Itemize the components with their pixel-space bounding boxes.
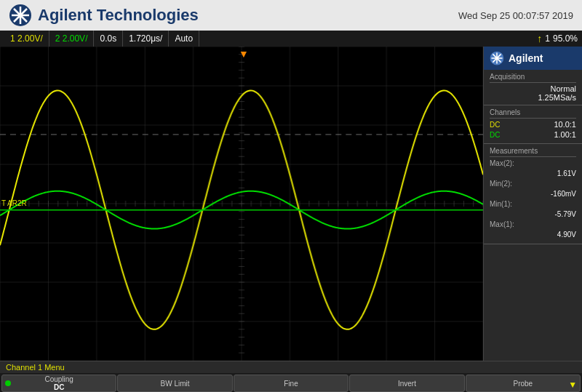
ch2-ref-text: AR2R	[7, 199, 27, 207]
channels-section: Channels DC 10.0:1 DC 1.00:1	[484, 105, 582, 144]
panel-agilent-logo-icon	[490, 51, 504, 65]
ch1-scale-indicator[interactable]: 1 2.00V/	[4, 31, 49, 47]
acquisition-section: Acquisition Normal 1.25MSa/s	[484, 70, 582, 105]
invert-label: Invert	[398, 380, 416, 388]
ch2-coupling-label: DC	[490, 131, 500, 139]
min1-value-row: -5.79V	[490, 210, 576, 218]
trigger-mode-indicator[interactable]: Auto	[169, 31, 199, 47]
min2-value: -160mV	[551, 190, 576, 198]
panel-header: Agilent	[484, 47, 582, 70]
max2-row: Max(2):	[490, 159, 576, 167]
probe-arrow-icon: ▼	[568, 380, 577, 390]
min1-label: Min(1):	[490, 200, 512, 208]
coupling-label: Coupling	[44, 375, 73, 383]
menu-buttons: Coupling DC BW Limit Fine Invert Probe ▼	[0, 373, 582, 392]
acquisition-title: Acquisition	[490, 73, 576, 83]
max2-label: Max(2):	[490, 159, 514, 167]
header-logo: Agilent Technologies	[9, 4, 199, 27]
min2-label: Min(2):	[490, 180, 512, 188]
ch1-channel-row: DC 10.0:1	[490, 120, 576, 129]
time-position-indicator[interactable]: 0.0s	[94, 31, 123, 47]
app-title: Agilent Technologies	[38, 6, 199, 25]
measurements-section: Measurements Max(2): 1.61V Min(2): -160m…	[484, 144, 582, 244]
max1-row: Max(1):	[490, 220, 576, 228]
ch1-probe-ratio: 10.0:1	[554, 120, 576, 129]
status-bar: 1 2.00V/ 2 2.00V/ 0.0s 1.720μs/ Auto ↑ 1…	[0, 31, 582, 47]
ch1-coupling-label: DC	[490, 121, 500, 129]
svg-point-11	[495, 57, 498, 60]
trigger-position-marker: ▼	[239, 48, 249, 60]
measurements-title: Measurements	[490, 147, 576, 157]
acquisition-mode: Normal	[490, 84, 576, 93]
min1-row: Min(1):	[490, 200, 576, 208]
probe-button[interactable]: Probe ▼	[466, 375, 581, 392]
min2-row: Min(2):	[490, 180, 576, 188]
trigger-arrow-icon: ↑	[537, 33, 542, 44]
bw-limit-button[interactable]: BW Limit	[117, 375, 232, 392]
min1-value: -5.79V	[555, 210, 576, 218]
max1-label: Max(1):	[490, 220, 514, 228]
max1-value: 4.90V	[557, 231, 576, 239]
panel-brand-label: Agilent	[509, 52, 543, 64]
acquisition-rate: 1.25MSa/s	[490, 93, 576, 102]
channel-menu-label: Channel 1 Menu	[0, 361, 582, 373]
datetime-display: Wed Sep 25 00:07:57 2019	[458, 10, 573, 21]
invert-button[interactable]: Invert	[349, 375, 464, 392]
max2-value-row: 1.61V	[490, 169, 576, 177]
coupling-value: DC	[54, 383, 64, 391]
ch1-ref-label: T AR2R	[1, 199, 27, 207]
bottom-menu-bar: Channel 1 Menu Coupling DC BW Limit Fine…	[0, 361, 582, 392]
agilent-logo-icon	[9, 4, 32, 27]
ch2-channel-row: DC 1.00:1	[490, 130, 576, 139]
svg-point-5	[18, 13, 23, 17]
main-area: ▼ T AR2R Agilent Acquisition	[0, 47, 582, 361]
bw-limit-label: BW Limit	[161, 380, 190, 388]
waveform-canvas	[0, 47, 483, 361]
ch2-scale-indicator[interactable]: 2 2.00V/	[49, 31, 95, 47]
coupling-button[interactable]: Coupling DC	[1, 375, 116, 392]
fine-label: Fine	[284, 380, 298, 388]
header: Agilent Technologies Wed Sep 25 00:07:57…	[0, 0, 582, 31]
channels-title: Channels	[490, 108, 576, 119]
scope-display[interactable]: ▼ T AR2R	[0, 47, 484, 361]
trigger-level-indicator[interactable]: ↑ 1 95.0%	[537, 33, 578, 44]
max1-value-row: 4.90V	[490, 231, 576, 239]
ch1-ref-marker: T	[1, 199, 6, 207]
fine-button[interactable]: Fine	[234, 375, 348, 392]
coupling-indicator	[5, 380, 11, 386]
max2-value: 1.61V	[557, 169, 576, 177]
ch2-probe-ratio: 1.00:1	[554, 130, 576, 139]
min2-value-row: -160mV	[490, 190, 576, 198]
probe-label: Probe	[513, 380, 533, 388]
time-scale-indicator[interactable]: 1.720μs/	[123, 31, 169, 47]
right-panel: Agilent Acquisition Normal 1.25MSa/s Cha…	[484, 47, 582, 361]
